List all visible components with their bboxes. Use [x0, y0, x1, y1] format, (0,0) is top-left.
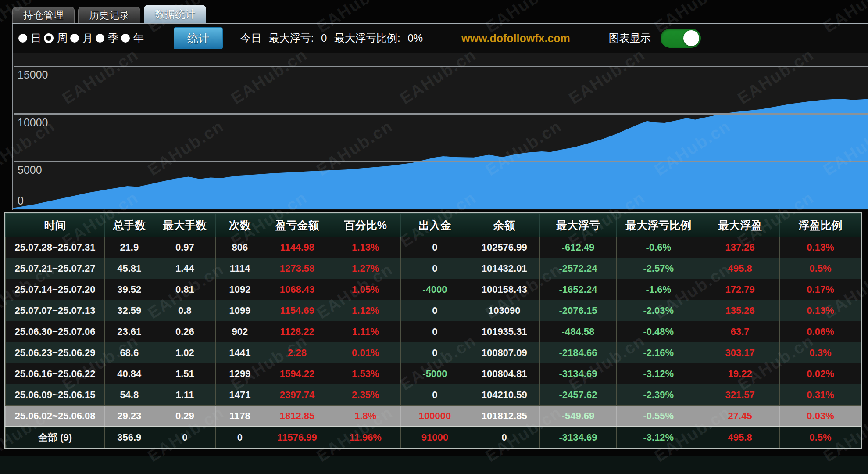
tab-2[interactable]: 数据统计 [144, 5, 206, 23]
cell-max_float_loss: -2076.15 [539, 300, 617, 321]
tab-bar: 持仓管理历史记录数据统计 [12, 5, 868, 24]
radio-icon [96, 34, 104, 43]
max-float-loss-value: 0 [321, 32, 327, 44]
max-float-loss-ratio-label: 最大浮亏比例: [334, 32, 400, 44]
cell-count: 902 [216, 321, 264, 342]
radio-icon [18, 34, 27, 43]
radio-period-4[interactable]: 年 [121, 31, 144, 45]
cell-max_float_loss_ratio: -2.16% [617, 342, 700, 363]
radio-label: 年 [133, 31, 144, 45]
col-header-deposit_withdraw: 出入金 [401, 214, 469, 237]
cell-max_float_loss_ratio: -2.57% [617, 258, 700, 279]
cell-percent: 1.8% [330, 406, 401, 427]
cell-deposit_withdraw: 0 [401, 258, 469, 279]
table-row[interactable]: 25.06.30~25.07.0623.610.269021128.221.11… [6, 321, 861, 342]
cell-deposit_withdraw: 91000 [401, 427, 469, 448]
radio-period-2[interactable]: 月 [70, 31, 93, 45]
cell-max_float_profit: 321.57 [700, 384, 780, 406]
cell-percent: 1.13% [330, 237, 401, 258]
cell-max_float_profit: 303.17 [700, 342, 780, 363]
cell-pl_amount: 1273.58 [264, 258, 330, 279]
cell-balance: 101812.85 [469, 406, 539, 427]
table-row[interactable]: 25.07.14~25.07.2039.520.8110921068.431.0… [6, 279, 861, 300]
tab-1[interactable]: 历史记录 [78, 7, 140, 23]
cell-percent: 1.12% [330, 300, 401, 321]
cell-total_lots: 29.23 [105, 406, 154, 427]
cell-max_float_loss: -2572.24 [539, 258, 617, 279]
website-link[interactable]: www.dofollowfx.com [461, 32, 570, 45]
balance-area-chart: 150001000050000 [13, 53, 868, 209]
table-row[interactable]: 25.06.16~25.06.2240.841.5112991594.221.5… [6, 363, 861, 384]
tab-0[interactable]: 持仓管理 [12, 7, 75, 23]
cell-count: 1114 [216, 258, 264, 279]
cell-total_lots: 23.61 [105, 321, 154, 342]
col-header-balance: 余额 [469, 214, 539, 237]
table-row[interactable]: 25.07.07~25.07.1332.590.810991154.691.12… [6, 300, 861, 321]
cell-max_float_loss: -3134.69 [539, 427, 617, 448]
cell-time: 25.06.23~25.06.29 [6, 342, 105, 363]
cell-count: 1092 [216, 279, 264, 300]
cell-max_float_loss_ratio: -3.12% [617, 427, 700, 448]
cell-max_float_loss: -549.69 [539, 406, 617, 427]
cell-balance: 100158.43 [469, 279, 539, 300]
cell-max_float_loss_ratio: -1.6% [617, 279, 700, 300]
cell-max_lots: 1.11 [154, 384, 216, 406]
cell-time: 25.07.07~25.07.13 [6, 300, 105, 321]
cell-pl_amount: 1812.85 [264, 406, 330, 427]
cell-balance: 103090 [469, 300, 539, 321]
cell-max_float_profit: 63.7 [700, 321, 780, 342]
col-header-max_float_profit: 最大浮盈 [700, 214, 780, 237]
table-row[interactable]: 25.07.21~25.07.2745.811.4411141273.581.2… [6, 258, 861, 279]
cell-percent: 1.27% [330, 258, 401, 279]
table-row[interactable]: 25.06.09~25.06.1554.81.1114712397.742.35… [6, 384, 861, 406]
radio-label: 周 [57, 31, 68, 45]
cell-time: 25.07.21~25.07.27 [6, 258, 105, 279]
period-radio-group: 日周月季年 [18, 31, 146, 45]
cell-deposit_withdraw: 0 [401, 342, 469, 363]
cell-max_lots: 0.81 [154, 279, 216, 300]
toggle-knob-icon [683, 30, 699, 46]
cell-max_lots: 0.29 [154, 406, 216, 427]
cell-balance: 100807.09 [469, 342, 539, 363]
stats-button[interactable]: 统计 [174, 27, 223, 49]
cell-max_float_loss: -2457.62 [539, 384, 617, 406]
radio-period-3[interactable]: 季 [96, 31, 118, 45]
cell-pl_amount: 1144.98 [264, 237, 330, 258]
radio-icon [70, 34, 79, 43]
today-summary: 今日 最大浮亏: 0 最大浮亏比例: 0% [240, 31, 427, 45]
cell-max_float_profit: 495.8 [700, 427, 780, 448]
cell-balance: 101935.31 [469, 321, 539, 342]
cell-percent: 0.01% [330, 342, 401, 363]
cell-max_float_loss_ratio: -3.12% [617, 363, 700, 384]
chart-canvas: 150001000050000 [13, 53, 868, 209]
cell-float_profit_ratio: 0.13% [780, 237, 861, 258]
cell-count: 1441 [216, 342, 264, 363]
radio-period-1[interactable]: 周 [44, 31, 68, 45]
cell-total_lots: 45.81 [105, 258, 154, 279]
cell-count: 1099 [216, 300, 264, 321]
radio-label: 日 [31, 31, 41, 45]
table-total-row[interactable]: 全部 (9)356.90011576.9911.96%910000-3134.6… [6, 427, 861, 448]
cell-time: 25.06.09~25.06.15 [6, 384, 105, 406]
cell-max_float_profit: 27.45 [700, 406, 780, 427]
cell-count: 806 [216, 237, 264, 258]
chart-toggle-group: 图表显示 [609, 29, 701, 48]
table-row[interactable]: 25.06.23~25.06.2968.61.0214412.280.01%01… [6, 342, 861, 363]
cell-time: 25.06.02~25.06.08 [6, 406, 105, 427]
table-row[interactable]: 25.07.28~25.07.3121.90.978061144.981.13%… [6, 237, 861, 258]
max-float-loss-label: 最大浮亏: [269, 32, 314, 44]
table-row[interactable]: 25.06.02~25.06.0829.230.2911781812.851.8… [6, 406, 861, 427]
cell-total_lots: 39.52 [105, 279, 154, 300]
cell-time: 25.06.16~25.06.22 [6, 363, 105, 384]
cell-percent: 1.11% [330, 321, 401, 342]
chart-display-toggle[interactable] [661, 29, 701, 48]
col-header-pl_amount: 盈亏金额 [264, 214, 330, 237]
cell-pl_amount: 1128.22 [264, 321, 330, 342]
radio-period-0[interactable]: 日 [18, 31, 41, 45]
col-header-float_profit_ratio: 浮盈比例 [780, 214, 861, 237]
app-window: 持仓管理历史记录数据统计 日周月季年 统计 今日 最大浮亏: 0 最大浮亏比例:… [0, 0, 868, 474]
cell-total_lots: 68.6 [105, 342, 154, 363]
cell-pl_amount: 2.28 [264, 342, 330, 363]
cell-count: 1178 [216, 406, 264, 427]
cell-balance: 100804.81 [469, 363, 539, 384]
